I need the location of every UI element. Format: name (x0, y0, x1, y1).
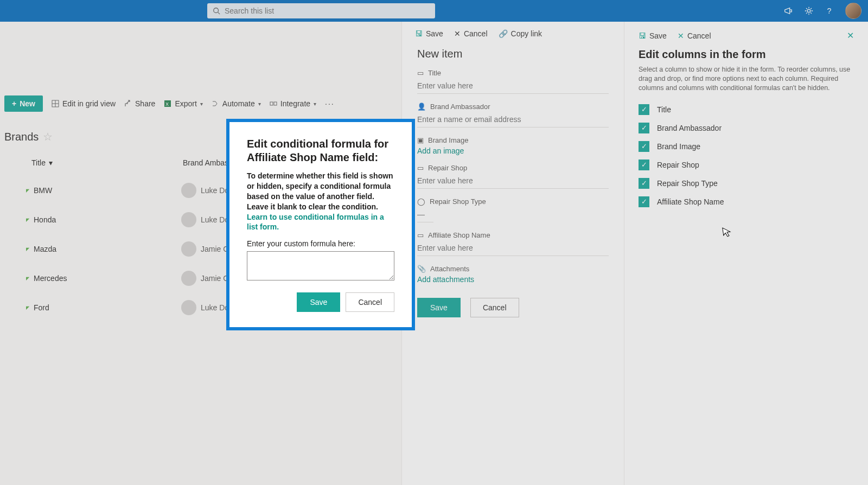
new-item-panel: 🖫Save ✕Cancel 🔗Copy link New item ▭Title… (401, 22, 624, 485)
column-toggle-row[interactable]: ✓Repair Shop (639, 156, 854, 174)
more-button[interactable]: ··· (325, 99, 335, 108)
grid-icon (52, 100, 59, 107)
formula-textarea[interactable] (247, 251, 394, 280)
svg-point-2 (807, 9, 810, 12)
megaphone-icon[interactable] (783, 6, 793, 16)
integrate-label: Integrate (280, 99, 310, 108)
person-avatar (181, 271, 196, 286)
add-image-link[interactable]: Add an image (417, 144, 609, 155)
item-icon: ◤ (26, 188, 31, 193)
export-label: Export (175, 99, 196, 108)
title-input[interactable] (417, 78, 609, 94)
cell-title: Ford (34, 303, 181, 312)
copy-link-button[interactable]: 🔗Copy link (499, 29, 542, 38)
dialog-save-button[interactable]: Save (297, 292, 340, 312)
column-name: Brand Image (657, 142, 700, 151)
checkbox-checked-icon[interactable]: ✓ (639, 141, 649, 152)
excel-icon: X (164, 100, 171, 107)
mouse-cursor-icon (722, 226, 732, 238)
cancel-button[interactable]: Cancel (470, 298, 519, 317)
column-name: Repair Shop Type (657, 179, 718, 188)
link-icon: 🔗 (499, 29, 508, 38)
chevron-down-icon: ▾ (200, 101, 203, 107)
column-toggle-row[interactable]: ✓Title (639, 100, 854, 119)
new-button-label: New (20, 99, 35, 108)
panel-cancel-button[interactable]: ✕Cancel (454, 29, 488, 38)
list-title-text: Brands (4, 131, 39, 143)
panel-heading: New item (402, 46, 624, 66)
column-name: Repair Shop (657, 161, 699, 169)
svg-rect-10 (274, 102, 277, 105)
attachment-icon: 📎 (417, 265, 426, 273)
plus-icon: + (12, 99, 16, 108)
help-icon[interactable]: ? (825, 6, 834, 16)
field-label: Affiliate Shop Name (428, 231, 490, 239)
edit-grid-button[interactable]: Edit in grid view (52, 99, 116, 108)
save-icon: 🖫 (639, 31, 646, 40)
chevron-down-icon: ▾ (49, 158, 53, 167)
cell-title: Mazda (34, 245, 181, 253)
chevron-down-icon: ▾ (314, 101, 316, 107)
chevron-down-icon: ▾ (258, 101, 261, 107)
panel-save-button[interactable]: 🖫Save (415, 29, 443, 38)
checkbox-checked-icon[interactable]: ✓ (639, 123, 649, 133)
panel-save-button[interactable]: 🖫Save (639, 31, 667, 40)
person-icon: 👤 (417, 103, 426, 111)
affiliate-shop-input[interactable] (417, 240, 609, 256)
person-avatar (181, 300, 196, 315)
svg-point-0 (214, 8, 219, 13)
close-panel-button[interactable]: ✕ (847, 30, 854, 41)
field-label: Attachments (430, 265, 469, 273)
checkbox-checked-icon[interactable]: ✓ (639, 104, 649, 115)
conditional-formula-dialog: Edit conditional formula for Affiliate S… (226, 119, 415, 330)
column-name: Brand Ambassador (657, 124, 722, 132)
checkbox-checked-icon[interactable]: ✓ (639, 178, 649, 189)
share-button[interactable]: Share (124, 99, 155, 108)
add-attachments-link[interactable]: Add attachments (417, 273, 609, 284)
field-label: Repair Shop (428, 164, 467, 172)
cell-title: Honda (34, 215, 181, 224)
save-icon: 🖫 (415, 29, 423, 38)
search-input[interactable] (225, 7, 430, 15)
repair-shop-type-input[interactable] (417, 207, 433, 222)
column-toggle-row[interactable]: ✓Repair Shop Type (639, 174, 854, 193)
edit-columns-panel: 🖫Save ✕Cancel ✕ Edit columns in the form… (624, 22, 868, 485)
user-avatar[interactable] (845, 3, 861, 19)
column-toggle-row[interactable]: ✓Brand Ambassador (639, 119, 854, 137)
edit-grid-label: Edit in grid view (62, 99, 116, 108)
repair-shop-input[interactable] (417, 173, 609, 189)
flow-icon (212, 100, 219, 107)
search-box[interactable] (207, 3, 435, 18)
field-label: Brand Image (428, 136, 468, 144)
column-toggle-row[interactable]: ✓Affiliate Shop Name (639, 193, 854, 211)
panel-cancel-button[interactable]: ✕Cancel (678, 31, 711, 40)
person-avatar (181, 212, 196, 227)
share-label: Share (135, 99, 155, 108)
person-avatar (181, 183, 196, 198)
star-icon[interactable]: ☆ (43, 130, 53, 143)
integrate-button[interactable]: Integrate ▾ (270, 99, 316, 108)
field-label: Repair Shop Type (430, 197, 486, 206)
item-icon: ◤ (26, 305, 31, 310)
dialog-title: Edit conditional formula for Affiliate S… (247, 137, 394, 171)
automate-button[interactable]: Automate ▾ (212, 99, 261, 108)
item-icon: ◤ (26, 218, 31, 222)
svg-text:X: X (165, 101, 169, 107)
learn-more-link[interactable]: Learn to use conditional formulas in a l… (247, 213, 384, 231)
column-name: Affiliate Shop Name (657, 197, 724, 206)
image-icon: ▣ (417, 136, 424, 144)
export-button[interactable]: X Export ▾ (164, 99, 202, 108)
new-button[interactable]: + New (4, 95, 43, 112)
column-title[interactable]: Title ▾ (31, 158, 53, 167)
brand-ambassador-input[interactable] (417, 112, 609, 127)
column-toggle-row[interactable]: ✓Brand Image (639, 137, 854, 156)
dialog-cancel-button[interactable]: Cancel (346, 292, 394, 312)
field-label: Title (428, 69, 441, 77)
checkbox-checked-icon[interactable]: ✓ (639, 196, 649, 207)
gear-icon[interactable] (804, 6, 814, 16)
choice-icon: ◯ (417, 197, 425, 206)
share-icon (124, 100, 132, 107)
save-button[interactable]: Save (417, 298, 461, 317)
text-field-icon: ▭ (417, 164, 424, 172)
checkbox-checked-icon[interactable]: ✓ (639, 159, 649, 170)
